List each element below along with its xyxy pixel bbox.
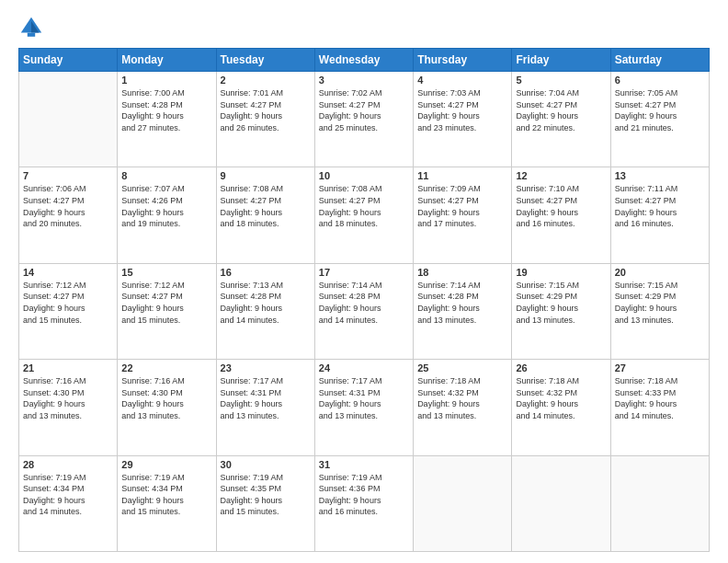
day-info: Sunrise: 7:19 AM Sunset: 4:34 PM Dayligh… (121, 472, 211, 518)
day-number: 16 (221, 267, 311, 278)
day-number: 23 (221, 362, 311, 373)
cell-3-0: 21Sunrise: 7:16 AM Sunset: 4:30 PM Dayli… (19, 360, 118, 455)
day-number: 22 (121, 362, 211, 373)
day-number: 11 (417, 170, 507, 181)
header-wednesday: Wednesday (314, 49, 413, 72)
day-number: 8 (121, 170, 211, 181)
day-info: Sunrise: 7:08 AM Sunset: 4:27 PM Dayligh… (319, 183, 409, 229)
day-number: 28 (23, 459, 113, 470)
day-number: 20 (615, 267, 705, 278)
day-number: 6 (615, 75, 705, 86)
day-info: Sunrise: 7:06 AM Sunset: 4:27 PM Dayligh… (23, 183, 113, 229)
day-info: Sunrise: 7:10 AM Sunset: 4:27 PM Dayligh… (516, 183, 606, 229)
day-info: Sunrise: 7:12 AM Sunset: 4:27 PM Dayligh… (23, 280, 113, 326)
day-info: Sunrise: 7:17 AM Sunset: 4:31 PM Dayligh… (221, 375, 311, 421)
week-row-4: 21Sunrise: 7:16 AM Sunset: 4:30 PM Dayli… (19, 360, 710, 455)
cell-3-5: 26Sunrise: 7:18 AM Sunset: 4:32 PM Dayli… (512, 360, 610, 455)
header-monday: Monday (118, 49, 216, 72)
cell-2-4: 18Sunrise: 7:14 AM Sunset: 4:28 PM Dayli… (414, 263, 512, 359)
cell-1-5: 12Sunrise: 7:10 AM Sunset: 4:27 PM Dayli… (512, 167, 610, 263)
cell-4-5 (512, 455, 610, 551)
day-info: Sunrise: 7:19 AM Sunset: 4:35 PM Dayligh… (221, 472, 311, 518)
cell-4-2: 30Sunrise: 7:19 AM Sunset: 4:35 PM Dayli… (216, 455, 314, 551)
day-number: 9 (221, 170, 311, 181)
day-info: Sunrise: 7:08 AM Sunset: 4:27 PM Dayligh… (221, 183, 311, 229)
cell-1-3: 10Sunrise: 7:08 AM Sunset: 4:27 PM Dayli… (314, 167, 413, 263)
cell-3-6: 27Sunrise: 7:18 AM Sunset: 4:33 PM Dayli… (610, 360, 709, 455)
day-number: 24 (319, 362, 409, 373)
day-number: 26 (516, 362, 606, 373)
logo (18, 15, 48, 40)
cell-3-2: 23Sunrise: 7:17 AM Sunset: 4:31 PM Dayli… (216, 360, 314, 455)
day-number: 25 (417, 362, 507, 373)
day-number: 21 (23, 362, 113, 373)
cell-0-6: 6Sunrise: 7:05 AM Sunset: 4:27 PM Daylig… (610, 72, 709, 167)
day-info: Sunrise: 7:18 AM Sunset: 4:33 PM Dayligh… (615, 375, 705, 421)
cell-4-4 (414, 455, 512, 551)
week-row-2: 7Sunrise: 7:06 AM Sunset: 4:27 PM Daylig… (19, 167, 710, 263)
day-info: Sunrise: 7:18 AM Sunset: 4:32 PM Dayligh… (516, 375, 606, 421)
cell-4-0: 28Sunrise: 7:19 AM Sunset: 4:34 PM Dayli… (19, 455, 118, 551)
day-number: 15 (121, 267, 211, 278)
header (18, 15, 710, 40)
day-number: 5 (516, 75, 606, 86)
day-info: Sunrise: 7:07 AM Sunset: 4:26 PM Dayligh… (121, 183, 211, 229)
day-number: 4 (417, 75, 507, 86)
header-thursday: Thursday (414, 49, 512, 72)
day-info: Sunrise: 7:13 AM Sunset: 4:28 PM Dayligh… (221, 280, 311, 326)
day-info: Sunrise: 7:12 AM Sunset: 4:27 PM Dayligh… (121, 280, 211, 326)
cell-4-1: 29Sunrise: 7:19 AM Sunset: 4:34 PM Dayli… (118, 455, 216, 551)
day-info: Sunrise: 7:16 AM Sunset: 4:30 PM Dayligh… (121, 375, 211, 421)
cell-2-5: 19Sunrise: 7:15 AM Sunset: 4:29 PM Dayli… (512, 263, 610, 359)
day-info: Sunrise: 7:03 AM Sunset: 4:27 PM Dayligh… (417, 87, 507, 133)
cell-0-3: 3Sunrise: 7:02 AM Sunset: 4:27 PM Daylig… (314, 72, 413, 167)
day-number: 1 (121, 75, 211, 86)
cell-3-1: 22Sunrise: 7:16 AM Sunset: 4:30 PM Dayli… (118, 360, 216, 455)
day-number: 30 (221, 459, 311, 470)
cell-3-3: 24Sunrise: 7:17 AM Sunset: 4:31 PM Dayli… (314, 360, 413, 455)
day-info: Sunrise: 7:19 AM Sunset: 4:36 PM Dayligh… (319, 472, 409, 518)
day-info: Sunrise: 7:01 AM Sunset: 4:27 PM Dayligh… (221, 87, 311, 133)
day-number: 17 (319, 267, 409, 278)
week-row-1: 1Sunrise: 7:00 AM Sunset: 4:28 PM Daylig… (19, 72, 710, 167)
header-tuesday: Tuesday (216, 49, 314, 72)
day-number: 13 (615, 170, 705, 181)
week-row-3: 14Sunrise: 7:12 AM Sunset: 4:27 PM Dayli… (19, 263, 710, 359)
calendar-header: SundayMondayTuesdayWednesdayThursdayFrid… (19, 49, 710, 72)
header-saturday: Saturday (610, 49, 709, 72)
cell-1-2: 9Sunrise: 7:08 AM Sunset: 4:27 PM Daylig… (216, 167, 314, 263)
cell-2-0: 14Sunrise: 7:12 AM Sunset: 4:27 PM Dayli… (19, 263, 118, 359)
cell-2-3: 17Sunrise: 7:14 AM Sunset: 4:28 PM Dayli… (314, 263, 413, 359)
cell-2-6: 20Sunrise: 7:15 AM Sunset: 4:29 PM Dayli… (610, 263, 709, 359)
cell-1-1: 8Sunrise: 7:07 AM Sunset: 4:26 PM Daylig… (118, 167, 216, 263)
day-number: 12 (516, 170, 606, 181)
day-number: 3 (319, 75, 409, 86)
day-number: 14 (23, 267, 113, 278)
day-info: Sunrise: 7:16 AM Sunset: 4:30 PM Dayligh… (23, 375, 113, 421)
cell-0-0 (19, 72, 118, 167)
header-row: SundayMondayTuesdayWednesdayThursdayFrid… (19, 49, 710, 72)
day-info: Sunrise: 7:18 AM Sunset: 4:32 PM Dayligh… (417, 375, 507, 421)
day-info: Sunrise: 7:11 AM Sunset: 4:27 PM Dayligh… (615, 183, 705, 229)
page: SundayMondayTuesdayWednesdayThursdayFrid… (0, 0, 728, 563)
day-info: Sunrise: 7:04 AM Sunset: 4:27 PM Dayligh… (516, 87, 606, 133)
day-number: 2 (221, 75, 311, 86)
logo-icon (18, 15, 44, 40)
day-info: Sunrise: 7:05 AM Sunset: 4:27 PM Dayligh… (615, 87, 705, 133)
cell-2-1: 15Sunrise: 7:12 AM Sunset: 4:27 PM Dayli… (118, 263, 216, 359)
cell-1-4: 11Sunrise: 7:09 AM Sunset: 4:27 PM Dayli… (414, 167, 512, 263)
cell-3-4: 25Sunrise: 7:18 AM Sunset: 4:32 PM Dayli… (414, 360, 512, 455)
day-number: 18 (417, 267, 507, 278)
day-info: Sunrise: 7:15 AM Sunset: 4:29 PM Dayligh… (516, 280, 606, 326)
day-info: Sunrise: 7:14 AM Sunset: 4:28 PM Dayligh… (417, 280, 507, 326)
day-number: 27 (615, 362, 705, 373)
cell-1-0: 7Sunrise: 7:06 AM Sunset: 4:27 PM Daylig… (19, 167, 118, 263)
day-info: Sunrise: 7:15 AM Sunset: 4:29 PM Dayligh… (615, 280, 705, 326)
day-number: 10 (319, 170, 409, 181)
day-info: Sunrise: 7:09 AM Sunset: 4:27 PM Dayligh… (417, 183, 507, 229)
cell-1-6: 13Sunrise: 7:11 AM Sunset: 4:27 PM Dayli… (610, 167, 709, 263)
cell-0-2: 2Sunrise: 7:01 AM Sunset: 4:27 PM Daylig… (216, 72, 314, 167)
cell-4-6 (610, 455, 709, 551)
cell-0-1: 1Sunrise: 7:00 AM Sunset: 4:28 PM Daylig… (118, 72, 216, 167)
calendar-table: SundayMondayTuesdayWednesdayThursdayFrid… (18, 48, 710, 552)
